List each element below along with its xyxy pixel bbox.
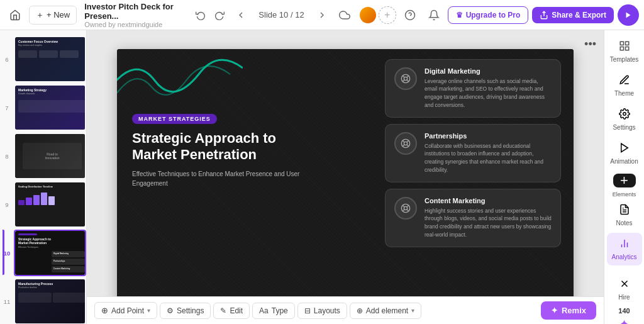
slide-row-7: 7 Marketing Strategy Growth channels [3, 84, 86, 131]
remix-label: Remix [562, 306, 586, 315]
slides-panel: 6 Customer Focus Overview Key metrics an… [0, 30, 87, 324]
theme-label: Theme [614, 90, 634, 97]
presentation-title-area: Investor Pitch Deck for Presen... Owned … [84, 2, 188, 28]
add-element-label: Add element [366, 306, 408, 315]
edit-button[interactable]: ✎ Edit [213, 303, 250, 319]
card-title-digital: Digital Marketing [425, 67, 552, 75]
sidebar-item-templates[interactable]: Templates [607, 35, 642, 68]
more-options-button[interactable]: ••• [584, 38, 596, 51]
hire-icon [619, 278, 630, 292]
slide-thumb-9[interactable]: Scaling Distribution Timeline [14, 181, 86, 228]
type-button[interactable]: Aa Type [252, 303, 295, 319]
partnerships-body: Partnerships Collaborate with businesses… [425, 132, 552, 174]
new-label: + New [47, 10, 70, 20]
settings-button[interactable]: ⚙ Settings [160, 303, 211, 319]
presentation-title: Investor Pitch Deck for Presen... [84, 2, 188, 21]
presentation-owner: Owned by nextmindguide [84, 21, 188, 28]
content-marketing-card: Content Marketing Highlight success stor… [385, 189, 561, 247]
add-point-button[interactable]: ⊕ Add Point ▾ [94, 302, 157, 319]
slide-canvas: MARKET STRATEGIES Strategic Approach to … [117, 49, 574, 306]
svg-point-17 [404, 206, 407, 209]
settings-sidebar-icon [619, 108, 630, 122]
slide-thumb-11[interactable]: Manufacturing Process Production timelin… [14, 278, 86, 324]
svg-line-12 [402, 140, 404, 142]
sidebar-item-hire[interactable]: Hire [607, 273, 642, 306]
hire-label: Hire [618, 294, 630, 301]
plus-icon: + [620, 174, 628, 187]
slide-row-10: 10 Strategic Approach to Market Penetrat… [3, 230, 86, 276]
svg-point-5 [404, 77, 407, 80]
slide-thumb-7[interactable]: Marketing Strategy Growth channels [14, 84, 86, 131]
sidebar-item-notes[interactable]: Notes [607, 199, 642, 232]
remix-button[interactable]: ✦ Remix [541, 301, 596, 320]
templates-icon [619, 40, 630, 54]
card-text-content: Highlight success stories and user exper… [425, 207, 552, 239]
nav-controls [192, 6, 228, 24]
undo-button[interactable] [192, 6, 209, 24]
layouts-label: Layouts [314, 306, 340, 315]
edit-icon: ✎ [220, 306, 226, 315]
slide-row-9: 9 Scaling Distribution Timeline [3, 181, 86, 228]
sidebar-item-settings[interactable]: Settings [607, 103, 642, 136]
teal-squiggle-decoration [117, 49, 243, 112]
svg-line-20 [407, 205, 409, 207]
left-content: MARKET STRATEGIES Strategic Approach to … [132, 112, 314, 189]
type-label: Type [272, 306, 288, 315]
add-point-label: Add Point [111, 306, 144, 315]
svg-line-8 [407, 75, 409, 77]
svg-line-6 [402, 75, 404, 77]
digital-marketing-icon [394, 67, 417, 90]
avatar-group: + [358, 6, 396, 25]
play-button[interactable] [618, 4, 639, 26]
svg-line-7 [407, 79, 409, 81]
next-slide-button[interactable] [313, 6, 331, 24]
svg-rect-23 [625, 42, 628, 45]
settings-sidebar-label: Settings [613, 124, 635, 131]
svg-point-11 [404, 142, 407, 145]
edit-label: Edit [230, 306, 243, 315]
share-export-button[interactable]: Share & Export [532, 7, 614, 23]
sidebar-bottom: 140 ✦ [618, 307, 630, 324]
new-button[interactable]: ＋ + New [29, 6, 77, 25]
partnerships-icon [394, 132, 417, 155]
slide-heading: Strategic Approach to Market Penetration [132, 130, 314, 164]
bottom-toolbar: ⊕ Add Point ▾ ⚙ Settings ✎ Edit Aa Type … [87, 296, 604, 324]
home-button[interactable] [5, 5, 25, 25]
content-marketing-body: Content Marketing Highlight success stor… [425, 197, 552, 239]
topbar: ＋ + New Investor Pitch Deck for Presen..… [0, 0, 644, 30]
sidebar-item-analytics[interactable]: Analytics [607, 233, 642, 265]
add-point-icon: ⊕ [101, 306, 108, 315]
add-collaborator-button[interactable]: + [379, 6, 396, 24]
slide-thumb-8[interactable]: Road toInnovation [14, 133, 86, 179]
redo-button[interactable] [211, 6, 228, 24]
svg-rect-22 [620, 42, 623, 45]
sidebar-item-theme[interactable]: Theme [607, 69, 642, 102]
active-slide-indicator [3, 230, 4, 275]
svg-rect-25 [620, 47, 623, 50]
theme-icon [619, 74, 630, 88]
sidebar-item-animation[interactable]: Animation [607, 137, 642, 170]
slide-indicator: Slide 10 / 12 [253, 10, 309, 20]
layouts-button[interactable]: ⊟ Layouts [297, 303, 347, 319]
prev-slide-button[interactable] [232, 6, 250, 24]
upgrade-label: Upgrade to Pro [466, 11, 521, 20]
notifications-button[interactable] [424, 5, 444, 25]
upgrade-button[interactable]: ♛ Upgrade to Pro [448, 6, 529, 24]
svg-line-18 [402, 205, 404, 207]
slide-thumb-10[interactable]: Strategic Approach to Market Penetration… [14, 230, 86, 276]
elements-sidebar-label: Elements [613, 191, 636, 198]
digital-marketing-card: Digital Marketing Leverage online channe… [385, 59, 561, 118]
slide-thumb-6[interactable]: Customer Focus Overview Key metrics and … [14, 36, 86, 82]
remix-icon: ✦ [551, 306, 558, 315]
add-element-sidebar-button[interactable]: + [613, 174, 636, 187]
cloud-button[interactable] [335, 5, 355, 25]
add-point-chevron: ▾ [147, 307, 150, 314]
right-content: Digital Marketing Leverage online channe… [385, 59, 561, 247]
svg-point-26 [623, 113, 626, 116]
svg-line-21 [402, 209, 404, 211]
add-element-button[interactable]: ⊕ Add element ▾ [350, 303, 421, 319]
svg-line-15 [402, 144, 404, 146]
content-marketing-icon [394, 197, 417, 220]
card-text-partnerships: Collaborate with businesses and educatio… [425, 142, 552, 174]
help-button[interactable] [400, 5, 420, 25]
